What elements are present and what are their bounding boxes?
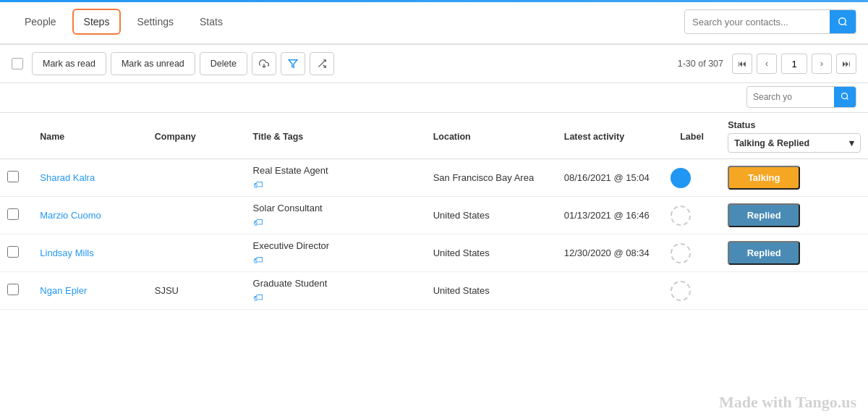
contact-name-link[interactable]: Sharad Kalra xyxy=(40,172,95,183)
company-cell xyxy=(148,159,246,197)
row-checkbox[interactable] xyxy=(7,171,19,182)
status-badge-replied[interactable]: Replied xyxy=(728,203,800,227)
filter-button[interactable] xyxy=(281,52,305,75)
tab-settings[interactable]: Settings xyxy=(124,0,187,43)
row-checkbox-cell xyxy=(0,272,33,310)
status-cell: Talking xyxy=(720,159,868,197)
contact-name-link[interactable]: Marzio Cuomo xyxy=(40,210,101,221)
contact-name-cell: Ngan Epler xyxy=(33,272,147,310)
location-cell: San Francisco Bay Area xyxy=(426,159,557,197)
row-checkbox[interactable] xyxy=(7,208,19,220)
th-title-tags: Title & Tags xyxy=(246,113,426,159)
row-checkbox-cell xyxy=(0,159,33,197)
activity-cell: 08/16/2021 @ 15:04 xyxy=(557,159,663,197)
th-checkbox xyxy=(0,113,33,159)
prev-page-button[interactable]: ‹ xyxy=(757,54,777,74)
table-row: Marzio Cuomo Solar Consultant 🏷 United S… xyxy=(0,197,868,234)
title-tags-cell: Graduate Student 🏷 xyxy=(246,272,426,310)
contacts-table-container: Name Company Title & Tags Location Lates… xyxy=(0,113,868,310)
status-filter-dropdown[interactable]: Talking & Replied ▾ xyxy=(728,133,861,153)
activity-cell xyxy=(557,272,663,310)
title-value: Solar Consultant xyxy=(253,203,323,213)
table-row: Sharad Kalra Real Estate Agent 🏷 San Fra… xyxy=(0,159,868,197)
top-bar: People Steps Settings Stats xyxy=(0,0,868,45)
mark-unread-button[interactable]: Mark as unread xyxy=(111,52,195,75)
contacts-table: Name Company Title & Tags Location Lates… xyxy=(0,113,868,310)
label-circle-filled[interactable] xyxy=(671,168,691,188)
svg-line-1 xyxy=(845,24,847,26)
status-header-label: Status xyxy=(728,120,861,130)
th-status: Status Talking & Replied ▾ xyxy=(720,113,868,159)
row-checkbox[interactable] xyxy=(7,284,19,295)
company-cell xyxy=(148,234,246,272)
activity-value: 01/13/2021 @ 16:46 xyxy=(564,210,650,221)
shuffle-button[interactable] xyxy=(310,52,334,75)
delete-button[interactable]: Delete xyxy=(200,52,247,75)
location-value: San Francisco Bay Area xyxy=(433,172,534,183)
tab-people[interactable]: People xyxy=(12,0,69,43)
export-button[interactable] xyxy=(252,52,276,75)
status-cell: Replied xyxy=(720,197,868,234)
company-value: SJSU xyxy=(155,285,179,296)
label-cell xyxy=(663,272,720,310)
status-dropdown-label: Talking & Replied xyxy=(734,138,809,148)
pagination-info: 1-30 of 307 xyxy=(678,59,723,69)
activity-cell: 12/30/2020 @ 08:34 xyxy=(557,234,663,272)
location-cell: United States xyxy=(426,234,557,272)
label-cell xyxy=(663,234,720,272)
tag-icon[interactable]: 🏷 xyxy=(253,179,419,190)
title-value: Executive Director xyxy=(253,240,329,251)
last-page-button[interactable]: ⏭ xyxy=(836,54,856,74)
location-cell: United States xyxy=(426,197,557,234)
activity-value: 12/30/2020 @ 08:34 xyxy=(564,247,650,258)
location-value: United States xyxy=(433,285,490,296)
tab-stats[interactable]: Stats xyxy=(187,0,236,43)
contact-name-link[interactable]: Ngan Epler xyxy=(40,285,87,296)
company-cell: SJSU xyxy=(148,272,246,310)
th-latest-activity: Latest activity xyxy=(557,113,663,159)
contact-search-input[interactable] xyxy=(685,17,830,27)
th-name: Name xyxy=(33,113,147,159)
location-value: United States xyxy=(433,247,490,258)
label-circle-empty[interactable] xyxy=(671,206,691,226)
status-badge-replied[interactable]: Replied xyxy=(728,241,800,265)
label-circle-empty[interactable] xyxy=(671,281,691,301)
chevron-down-icon: ▾ xyxy=(849,137,854,148)
title-value: Graduate Student xyxy=(253,278,328,289)
title-tags-cell: Solar Consultant 🏷 xyxy=(246,197,426,234)
select-all-checkbox[interactable] xyxy=(12,58,23,69)
label-circle-empty[interactable] xyxy=(671,243,691,263)
contact-name-cell: Lindsay Mills xyxy=(33,234,147,272)
table-body: Sharad Kalra Real Estate Agent 🏷 San Fra… xyxy=(0,159,868,310)
secondary-search-button[interactable] xyxy=(834,87,856,107)
label-cell xyxy=(663,159,720,197)
toolbar: Mark as read Mark as unread Delete 1-30 … xyxy=(0,45,868,83)
table-header-row: Name Company Title & Tags Location Lates… xyxy=(0,113,868,159)
th-location: Location xyxy=(426,113,557,159)
tag-icon[interactable]: 🏷 xyxy=(253,292,419,303)
next-page-button[interactable]: › xyxy=(812,54,832,74)
location-value: United States xyxy=(433,210,490,221)
tab-steps[interactable]: Steps xyxy=(72,9,122,35)
secondary-search-input[interactable] xyxy=(747,92,834,102)
status-cell: Replied xyxy=(720,234,868,272)
watermark: Made with Tango.us xyxy=(719,393,856,412)
status-cell xyxy=(720,272,868,310)
title-tags-cell: Executive Director 🏷 xyxy=(246,234,426,272)
label-cell xyxy=(663,197,720,234)
activity-value: 08/16/2021 @ 15:04 xyxy=(564,172,650,183)
tag-icon[interactable]: 🏷 xyxy=(253,216,419,228)
page-input[interactable] xyxy=(781,54,807,74)
mark-read-button[interactable]: Mark as read xyxy=(32,52,106,75)
row-checkbox[interactable] xyxy=(7,246,19,258)
th-company: Company xyxy=(148,113,246,159)
tag-icon[interactable]: 🏷 xyxy=(253,254,419,266)
pagination: 1-30 of 307 ⏮ ‹ › ⏭ xyxy=(678,54,856,74)
contact-name-link[interactable]: Lindsay Mills xyxy=(40,247,93,258)
contact-search-box xyxy=(684,9,856,34)
secondary-search-box xyxy=(746,86,856,108)
first-page-button[interactable]: ⏮ xyxy=(732,54,752,74)
title-value: Real Estate Agent xyxy=(253,165,328,176)
contact-search-button[interactable] xyxy=(830,10,856,33)
status-badge-talking[interactable]: Talking xyxy=(728,166,800,190)
